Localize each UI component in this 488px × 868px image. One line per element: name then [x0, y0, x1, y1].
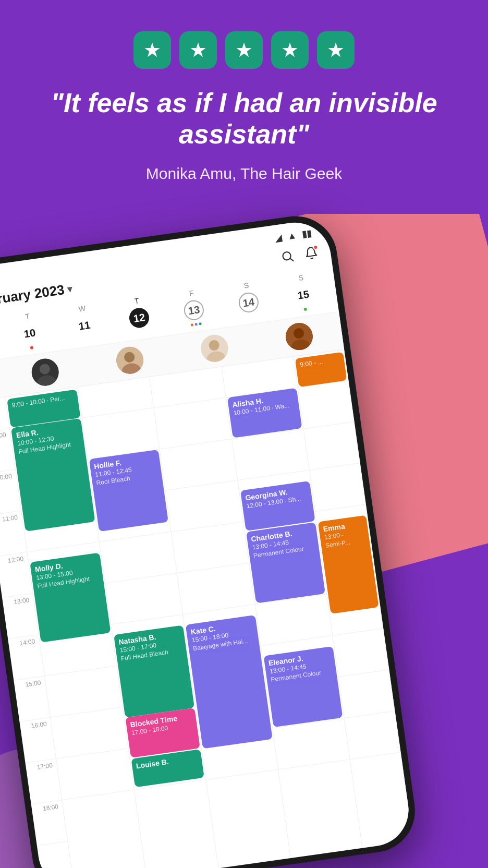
- avatar: [115, 345, 145, 376]
- time-slot-18: 18:00: [31, 800, 68, 846]
- hero-section: ★ ★ ★ ★ ★ "It feels as if I had an invis…: [0, 0, 488, 214]
- appointment-hollie[interactable]: Hollie F. 11:00 - 12:45 Root Bleach: [89, 450, 168, 532]
- star-4: ★: [271, 31, 309, 69]
- star-1: ★: [133, 31, 171, 69]
- stars-row: ★ ★ ★ ★ ★: [133, 31, 355, 69]
- quote-text: "It feels as if I had an invisible assis…: [41, 88, 447, 150]
- star-2: ★: [179, 31, 217, 69]
- location-icon: ▲: [287, 230, 298, 242]
- day-dot-15: [303, 307, 307, 311]
- phone-screen: ◢ ▲ ▮▮ February 2023 ▾: [0, 218, 413, 868]
- star-3: ★: [225, 31, 263, 69]
- day-col-10[interactable]: T 10: [0, 306, 60, 358]
- time-slot-16: 16:00: [20, 718, 56, 763]
- day-col-12[interactable]: T 12: [108, 291, 169, 343]
- time-slot-15: 15:00: [14, 676, 50, 721]
- appointment-charlotte[interactable]: Charlotte B. 13:00 - 14:45 Permanent Col…: [246, 522, 325, 603]
- appointment-ella[interactable]: Ella R. 10:00 - 12:30 Full Head Highligh…: [11, 418, 95, 532]
- day-col-13[interactable]: F 13: [163, 283, 224, 335]
- notifications-button[interactable]: [303, 246, 319, 264]
- battery-icon: ▮▮: [301, 227, 313, 240]
- notification-dot: [313, 244, 319, 250]
- time-slot-13: 13:00: [2, 594, 39, 639]
- day-columns: 9:00 - 10:00 · Per... Ella R. 10:00 - 12…: [6, 349, 413, 868]
- day-col-14[interactable]: S 14: [218, 275, 279, 328]
- calendar-grid: 9:00 10:00 11:00 12:00 13:00 14:00 15:00…: [0, 349, 413, 868]
- chevron-down-icon: ▾: [67, 283, 73, 295]
- multi-dot: [190, 322, 201, 327]
- star-5: ★: [317, 31, 355, 69]
- phone-frame: ◢ ▲ ▮▮ February 2023 ▾: [0, 211, 420, 868]
- day-dot-10: [30, 346, 34, 349]
- time-slot-14: 14:00: [8, 635, 44, 680]
- appointment-natasha[interactable]: Natasha B. 15:00 - 17:00 Full Head Bleac…: [114, 625, 194, 717]
- time-slot-12: 12:00: [0, 552, 33, 598]
- avatar: [199, 333, 230, 364]
- avatar: [284, 321, 315, 352]
- appointment-eleanor[interactable]: Eleanor J. 13:00 - 14:45 Permanent Colou…: [263, 646, 343, 727]
- svg-point-0: [283, 251, 291, 260]
- day-col-11[interactable]: W 11: [54, 298, 115, 351]
- time-slot-17: 17:00: [26, 759, 62, 804]
- header-actions: [280, 246, 320, 268]
- day-col-15[interactable]: S 15: [273, 268, 334, 320]
- attribution: Monika Amu, The Hair Geek: [146, 165, 342, 183]
- appointment-molly[interactable]: Molly D. 13:00 - 15:00 Full Head Highlig…: [30, 552, 111, 642]
- phone-mockup: ◢ ▲ ▮▮ February 2023 ▾: [0, 219, 488, 868]
- search-button[interactable]: [280, 249, 296, 268]
- signal-icon: ◢: [274, 232, 283, 244]
- svg-line-1: [290, 258, 293, 261]
- avatar: [30, 357, 60, 388]
